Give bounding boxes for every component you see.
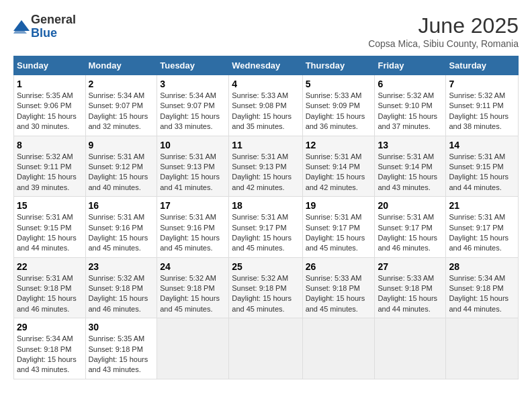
- day-info: Sunrise: 5:31 AM Sunset: 9:16 PM Dayligh…: [160, 212, 226, 254]
- day-info: Sunrise: 5:31 AM Sunset: 9:15 PM Dayligh…: [449, 152, 515, 193]
- calendar-table: Sunday Monday Tuesday Wednesday Thursday…: [13, 56, 519, 379]
- day-info: Sunrise: 5:31 AM Sunset: 9:15 PM Dayligh…: [17, 212, 83, 254]
- logo-text: General Blue: [31, 13, 76, 40]
- day-info: Sunrise: 5:31 AM Sunset: 9:16 PM Dayligh…: [89, 212, 154, 254]
- day-info: Sunrise: 5:34 AM Sunset: 9:18 PM Dayligh…: [449, 273, 515, 315]
- day-number: 27: [378, 261, 443, 272]
- table-row: 17Sunrise: 5:31 AM Sunset: 9:16 PM Dayli…: [157, 197, 229, 258]
- day-info: Sunrise: 5:32 AM Sunset: 9:11 PM Dayligh…: [17, 152, 83, 193]
- day-number: 3: [160, 79, 226, 89]
- day-number: 30: [89, 322, 154, 332]
- header-tuesday: Tuesday: [157, 56, 229, 75]
- location-subtitle: Copsa Mica, Sibiu County, Romania: [368, 38, 519, 49]
- day-number: 25: [232, 261, 299, 272]
- day-number: 7: [449, 79, 515, 89]
- table-row: 12Sunrise: 5:31 AM Sunset: 9:14 PM Dayli…: [302, 136, 375, 197]
- day-number: 4: [232, 79, 299, 89]
- table-row: 1Sunrise: 5:35 AM Sunset: 9:06 PM Daylig…: [14, 75, 86, 136]
- table-row: 5Sunrise: 5:33 AM Sunset: 9:09 PM Daylig…: [302, 75, 375, 136]
- header-saturday: Saturday: [446, 56, 519, 75]
- table-row: 22Sunrise: 5:31 AM Sunset: 9:18 PM Dayli…: [14, 257, 86, 318]
- table-row: 27Sunrise: 5:33 AM Sunset: 9:18 PM Dayli…: [375, 257, 446, 318]
- table-row: 6Sunrise: 5:32 AM Sunset: 9:10 PM Daylig…: [375, 75, 446, 136]
- day-number: 16: [89, 200, 154, 211]
- table-row: 18Sunrise: 5:31 AM Sunset: 9:17 PM Dayli…: [229, 197, 302, 258]
- day-info: Sunrise: 5:31 AM Sunset: 9:17 PM Dayligh…: [306, 212, 372, 254]
- table-row: [446, 318, 519, 379]
- day-info: Sunrise: 5:34 AM Sunset: 9:18 PM Dayligh…: [17, 334, 83, 375]
- day-number: 12: [306, 140, 372, 150]
- day-number: 20: [378, 200, 443, 211]
- calendar-week-row: 29Sunrise: 5:34 AM Sunset: 9:18 PM Dayli…: [14, 318, 519, 379]
- logo: General Blue: [13, 13, 76, 40]
- calendar-week-row: 8Sunrise: 5:32 AM Sunset: 9:11 PM Daylig…: [14, 136, 519, 197]
- day-info: Sunrise: 5:32 AM Sunset: 9:11 PM Dayligh…: [449, 91, 515, 132]
- day-info: Sunrise: 5:33 AM Sunset: 9:18 PM Dayligh…: [306, 273, 372, 315]
- day-number: 13: [378, 140, 443, 150]
- day-number: 14: [449, 140, 515, 150]
- table-row: 26Sunrise: 5:33 AM Sunset: 9:18 PM Dayli…: [302, 257, 375, 318]
- table-row: 23Sunrise: 5:32 AM Sunset: 9:18 PM Dayli…: [85, 257, 157, 318]
- day-number: 26: [306, 261, 372, 272]
- title-block: June 2025 Copsa Mica, Sibiu County, Roma…: [368, 13, 519, 49]
- calendar-week-row: 1Sunrise: 5:35 AM Sunset: 9:06 PM Daylig…: [14, 75, 519, 136]
- table-row: 20Sunrise: 5:31 AM Sunset: 9:17 PM Dayli…: [375, 197, 446, 258]
- day-info: Sunrise: 5:31 AM Sunset: 9:14 PM Dayligh…: [306, 152, 372, 193]
- calendar-week-row: 15Sunrise: 5:31 AM Sunset: 9:15 PM Dayli…: [14, 197, 519, 258]
- table-row: 4Sunrise: 5:33 AM Sunset: 9:08 PM Daylig…: [229, 75, 302, 136]
- day-number: 17: [160, 200, 226, 211]
- table-row: 14Sunrise: 5:31 AM Sunset: 9:15 PM Dayli…: [446, 136, 519, 197]
- day-number: 22: [17, 261, 83, 272]
- logo-blue: Blue: [31, 26, 57, 40]
- day-info: Sunrise: 5:35 AM Sunset: 9:06 PM Dayligh…: [17, 91, 83, 132]
- day-info: Sunrise: 5:33 AM Sunset: 9:18 PM Dayligh…: [378, 273, 443, 315]
- day-info: Sunrise: 5:31 AM Sunset: 9:17 PM Dayligh…: [232, 212, 299, 254]
- day-info: Sunrise: 5:31 AM Sunset: 9:13 PM Dayligh…: [232, 152, 299, 193]
- day-number: 21: [449, 200, 515, 211]
- day-info: Sunrise: 5:33 AM Sunset: 9:08 PM Dayligh…: [232, 91, 299, 132]
- day-number: 23: [89, 261, 154, 272]
- calendar-week-row: 22Sunrise: 5:31 AM Sunset: 9:18 PM Dayli…: [14, 257, 519, 318]
- table-row: 7Sunrise: 5:32 AM Sunset: 9:11 PM Daylig…: [446, 75, 519, 136]
- day-number: 1: [17, 79, 83, 89]
- day-info: Sunrise: 5:31 AM Sunset: 9:13 PM Dayligh…: [160, 152, 226, 193]
- day-number: 6: [378, 79, 443, 89]
- table-row: 11Sunrise: 5:31 AM Sunset: 9:13 PM Dayli…: [229, 136, 302, 197]
- day-number: 19: [306, 200, 372, 211]
- day-info: Sunrise: 5:32 AM Sunset: 9:18 PM Dayligh…: [89, 273, 154, 315]
- header-wednesday: Wednesday: [229, 56, 302, 75]
- day-info: Sunrise: 5:31 AM Sunset: 9:18 PM Dayligh…: [17, 273, 83, 315]
- table-row: 15Sunrise: 5:31 AM Sunset: 9:15 PM Dayli…: [14, 197, 86, 258]
- day-number: 11: [232, 140, 299, 150]
- day-number: 5: [306, 79, 372, 89]
- month-title: June 2025: [368, 13, 519, 38]
- table-row: 2Sunrise: 5:34 AM Sunset: 9:07 PM Daylig…: [85, 75, 157, 136]
- day-info: Sunrise: 5:31 AM Sunset: 9:17 PM Dayligh…: [449, 212, 515, 254]
- day-info: Sunrise: 5:33 AM Sunset: 9:09 PM Dayligh…: [306, 91, 372, 132]
- table-row: [302, 318, 375, 379]
- table-row: [229, 318, 302, 379]
- day-number: 10: [160, 140, 226, 150]
- table-row: 19Sunrise: 5:31 AM Sunset: 9:17 PM Dayli…: [302, 197, 375, 258]
- logo-general: General: [31, 13, 76, 26]
- weekday-header-row: Sunday Monday Tuesday Wednesday Thursday…: [14, 56, 519, 75]
- day-info: Sunrise: 5:32 AM Sunset: 9:18 PM Dayligh…: [160, 273, 226, 315]
- day-number: 28: [449, 261, 515, 272]
- table-row: 13Sunrise: 5:31 AM Sunset: 9:14 PM Dayli…: [375, 136, 446, 197]
- day-number: 29: [17, 322, 83, 332]
- table-row: 21Sunrise: 5:31 AM Sunset: 9:17 PM Dayli…: [446, 197, 519, 258]
- day-info: Sunrise: 5:34 AM Sunset: 9:07 PM Dayligh…: [89, 91, 154, 132]
- day-number: 15: [17, 200, 83, 211]
- day-number: 2: [89, 79, 154, 89]
- header-friday: Friday: [375, 56, 446, 75]
- day-number: 8: [17, 140, 83, 150]
- day-info: Sunrise: 5:32 AM Sunset: 9:18 PM Dayligh…: [232, 273, 299, 315]
- table-row: 24Sunrise: 5:32 AM Sunset: 9:18 PM Dayli…: [157, 257, 229, 318]
- header-thursday: Thursday: [302, 56, 375, 75]
- day-info: Sunrise: 5:31 AM Sunset: 9:12 PM Dayligh…: [89, 152, 154, 193]
- logo-icon: [13, 20, 30, 34]
- page-header: General Blue June 2025 Copsa Mica, Sibiu…: [13, 13, 519, 49]
- day-number: 18: [232, 200, 299, 211]
- table-row: 16Sunrise: 5:31 AM Sunset: 9:16 PM Dayli…: [85, 197, 157, 258]
- table-row: [157, 318, 229, 379]
